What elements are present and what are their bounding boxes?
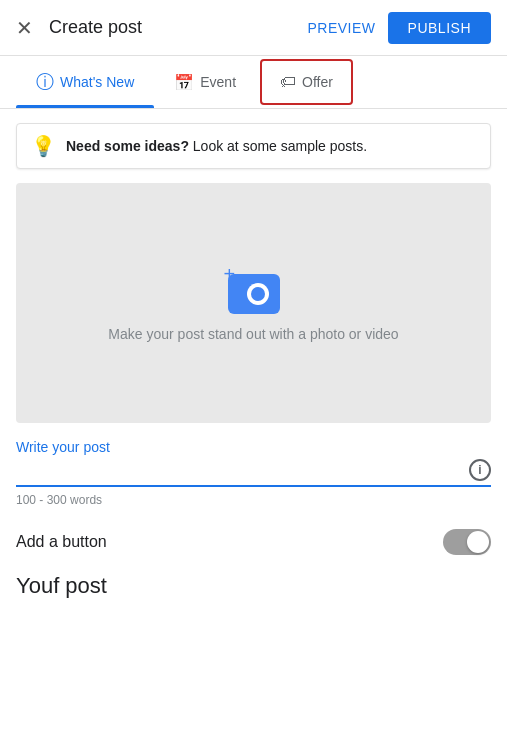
idea-banner[interactable]: 💡 Need some ideas? Look at some sample p…: [16, 123, 491, 169]
your-post-label: Youf post: [16, 573, 107, 598]
idea-text: Need some ideas? Look at some sample pos…: [66, 138, 367, 154]
idea-regular-text: Look at some sample posts.: [189, 138, 367, 154]
info-icon-label: i: [478, 463, 481, 477]
camera-viewfinder: [242, 278, 252, 284]
word-count-hint: 100 - 300 words: [16, 493, 491, 507]
photo-hint-text: Make your post stand out with a photo or…: [108, 326, 398, 342]
tab-whats-new-label: What's New: [60, 74, 134, 90]
tab-event-label: Event: [200, 74, 236, 90]
tab-offer[interactable]: 🏷 Offer: [260, 59, 353, 105]
tab-event[interactable]: 📅 Event: [154, 59, 256, 106]
tabs-bar: ⓘ What's New 📅 Event 🏷 Offer: [0, 56, 507, 109]
toggle-knob: [467, 531, 489, 553]
tab-offer-label: Offer: [302, 74, 333, 90]
camera-body: [228, 274, 280, 314]
lightbulb-icon: 💡: [31, 134, 56, 158]
photo-upload-area[interactable]: + Make your post stand out with a photo …: [16, 183, 491, 423]
idea-bold-text: Need some ideas?: [66, 138, 189, 154]
preview-button[interactable]: PREVIEW: [308, 20, 376, 36]
page-title: Create post: [49, 17, 308, 38]
write-input-row: i: [16, 459, 491, 487]
header: ✕ Create post PREVIEW PUBLISH: [0, 0, 507, 56]
write-post-label[interactable]: Write your post: [16, 439, 491, 455]
tab-whats-new[interactable]: ⓘ What's New: [16, 56, 154, 108]
write-post-input[interactable]: [16, 462, 469, 478]
close-icon: ✕: [16, 16, 33, 40]
whats-new-icon: ⓘ: [36, 70, 54, 94]
write-section: Write your post i 100 - 300 words: [0, 423, 507, 507]
your-post-section: Youf post: [0, 573, 507, 615]
camera-icon: +: [224, 264, 284, 314]
camera-lens-inner: [251, 287, 265, 301]
add-button-label: Add a button: [16, 533, 107, 551]
add-button-section: Add a button: [0, 511, 507, 573]
info-icon[interactable]: i: [469, 459, 491, 481]
tag-icon: 🏷: [280, 73, 296, 91]
publish-button[interactable]: PUBLISH: [388, 12, 491, 44]
add-button-toggle[interactable]: [443, 529, 491, 555]
calendar-icon: 📅: [174, 73, 194, 92]
camera-lens: [247, 283, 269, 305]
close-button[interactable]: ✕: [16, 16, 33, 40]
